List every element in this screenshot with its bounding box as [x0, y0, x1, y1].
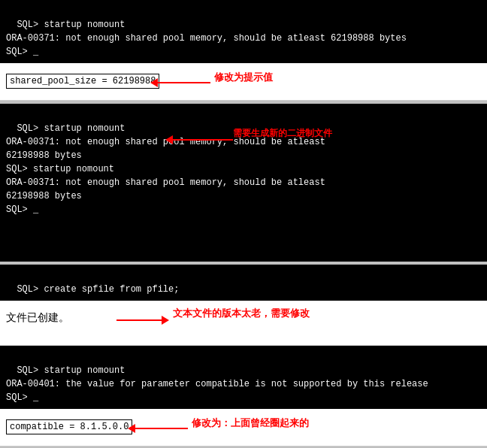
terminal-block-2: SQL> startup nomount ORA-00371: not enou… [0, 104, 487, 262]
pool-size-section: shared_pool_size = 62198988 修改为提示值 [0, 63, 487, 101]
arrow-1 [150, 78, 210, 87]
terminal-line: SQL> startup nomount ORA-00371: not enou… [6, 20, 407, 57]
terminal-block-1: SQL> startup nomount ORA-00371: not enou… [0, 0, 487, 63]
created-section-1: 文件已创建。 文本文件的版本太老，需要修改 [0, 301, 487, 346]
annotation-2: 需要生成新的二进制文件 [233, 126, 332, 140]
annotation-1: 修改为提示值 [214, 71, 273, 84]
arrow-2 [165, 135, 233, 144]
compatible-value: compatible = 8.1.5.0.0 [6, 419, 132, 434]
terminal-block-4: SQL> startup nomount ORA-00401: the valu… [0, 346, 487, 409]
annotation-4: 修改为：上面曾经圈起来的 [192, 416, 309, 430]
compatible-section: compatible = 8.1.5.0.0 修改为：上面曾经圈起来的 [0, 409, 487, 446]
pool-size-value: shared_pool_size = 62198988 [6, 74, 159, 89]
created-label-1: 文件已创建。 [6, 311, 69, 325]
arrow-4 [128, 424, 188, 433]
terminal-block-3: SQL> create spfile from pfile; [0, 265, 487, 301]
terminal-lines-3: SQL> create spfile from pfile; [17, 284, 179, 295]
arrow-3 [116, 316, 169, 325]
annotation-3: 文本文件的版本太老，需要修改 [173, 307, 310, 320]
terminal-lines-4: SQL> startup nomount ORA-00401: the valu… [6, 365, 428, 403]
